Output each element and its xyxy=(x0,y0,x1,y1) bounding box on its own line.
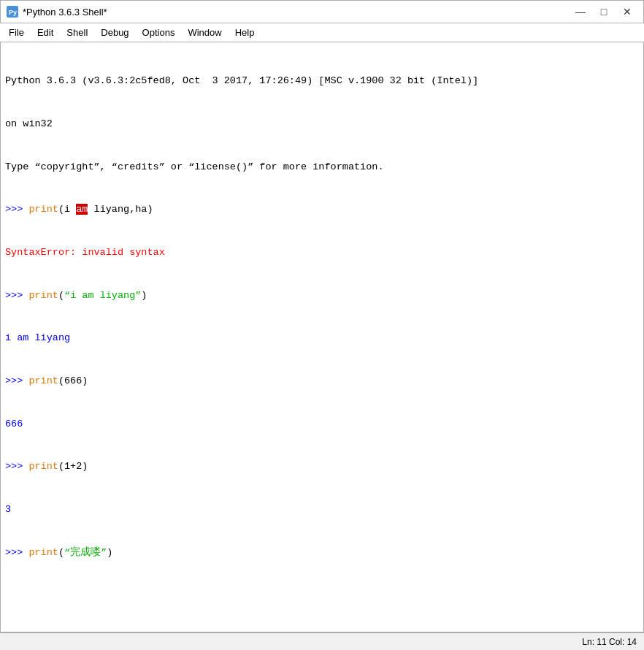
menu-debug[interactable]: Debug xyxy=(95,26,134,39)
status-bar: Ln: 11 Col: 14 xyxy=(0,632,644,650)
shell-line-6: >>> print(“i am liyang”) xyxy=(5,288,639,303)
cursor-position: Ln: 11 Col: 14 xyxy=(582,637,637,647)
close-button[interactable]: ✕ xyxy=(617,4,637,19)
menu-window[interactable]: Window xyxy=(182,26,227,39)
shell-line-9: 666 xyxy=(5,417,639,432)
menu-bar: File Edit Shell Debug Options Window Hel… xyxy=(0,23,644,42)
menu-file[interactable]: File xyxy=(3,26,30,39)
menu-edit[interactable]: Edit xyxy=(31,26,59,39)
shell-output[interactable]: Python 3.6.3 (v3.6.3:2c5fed8, Oct 3 2017… xyxy=(1,42,643,632)
shell-line-4: >>> print(i am liyang,ha) xyxy=(5,202,639,217)
shell-line-12: >>> print(“完成喽”) xyxy=(5,546,639,560)
menu-options[interactable]: Options xyxy=(137,26,181,39)
shell-line-3: Type “copyright”, “credits” or “license(… xyxy=(5,160,639,175)
title-bar-left: Py *Python 3.6.3 Shell* xyxy=(7,6,107,18)
shell-line-2: on win32 xyxy=(5,117,639,131)
shell-line-10: >>> print(1+2) xyxy=(5,459,639,474)
menu-shell[interactable]: Shell xyxy=(61,26,93,39)
window-controls: — □ ✕ xyxy=(570,4,637,19)
shell-line-8: >>> print(666) xyxy=(5,374,639,389)
minimize-button[interactable]: — xyxy=(570,4,591,19)
shell-line-11: 3 xyxy=(5,502,639,517)
menu-help[interactable]: Help xyxy=(229,26,261,39)
shell-line-5: SyntaxError: invalid syntax xyxy=(5,245,639,260)
window-title: *Python 3.6.3 Shell* xyxy=(23,7,107,18)
title-bar: Py *Python 3.6.3 Shell* — □ ✕ xyxy=(0,0,644,23)
maximize-button[interactable]: □ xyxy=(594,4,614,19)
svg-text:Py: Py xyxy=(9,9,17,16)
shell-line-7: i am liyang xyxy=(5,331,639,345)
shell-container: Python 3.6.3 (v3.6.3:2c5fed8, Oct 3 2017… xyxy=(0,42,644,632)
app-icon: Py xyxy=(7,6,18,18)
shell-line-1: Python 3.6.3 (v3.6.3:2c5fed8, Oct 3 2017… xyxy=(5,74,639,88)
